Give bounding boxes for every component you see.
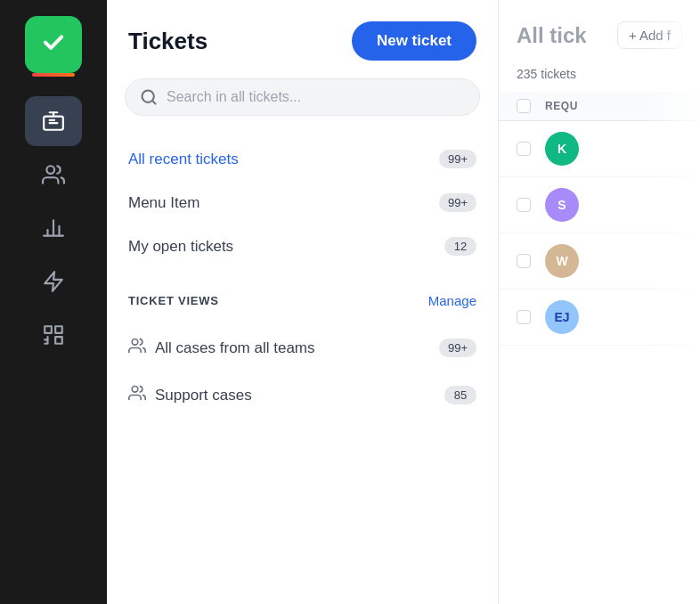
nav-item-label: Menu Item: [128, 194, 199, 212]
view-item-label: All cases from all teams: [155, 339, 315, 357]
rail-nav: [0, 89, 107, 367]
sidebar-item-contacts[interactable]: [25, 150, 82, 200]
svg-line-11: [152, 101, 156, 104]
header-checkbox-col: [517, 99, 545, 113]
nav-list: All recent tickets 99+ Menu Item 99+ My …: [107, 130, 498, 275]
nav-badge: 99+: [439, 150, 476, 168]
svg-point-12: [132, 339, 138, 346]
avatar: W: [545, 244, 579, 278]
lightning-icon: [42, 270, 65, 293]
team-icon: [128, 384, 146, 406]
requester-column-header: REQU: [545, 100, 578, 112]
manage-link[interactable]: Manage: [428, 293, 476, 308]
svg-rect-9: [55, 337, 62, 344]
view-item-all-cases[interactable]: All cases from all teams 99+: [107, 324, 498, 371]
logo-container: [0, 0, 107, 89]
svg-marker-6: [45, 272, 62, 291]
right-panel: All tick + Add f 235 tickets REQU K S W: [499, 0, 700, 604]
table-header: REQU: [499, 92, 700, 121]
ticket-views-title: TICKET VIEWS: [128, 294, 219, 307]
nav-item-label: My open tickets: [128, 238, 233, 256]
nav-badge: 12: [444, 237, 476, 256]
row-checkbox[interactable]: [517, 142, 531, 156]
table-row: S: [499, 177, 700, 233]
team-icon: [128, 337, 146, 359]
ticket-icon: [42, 110, 65, 133]
table-row: EJ: [499, 290, 700, 346]
logo: [25, 16, 82, 73]
svg-point-1: [46, 166, 54, 174]
table-row: K: [499, 121, 700, 177]
ticket-views-list: All cases from all teams 99+ Support cas…: [107, 317, 498, 426]
nav-item-my-open[interactable]: My open tickets 12: [107, 224, 498, 268]
sidebar-item-tickets[interactable]: [25, 96, 82, 146]
row-checkbox-col: [517, 254, 545, 268]
svg-point-13: [132, 387, 138, 393]
row-checkbox[interactable]: [517, 310, 531, 324]
select-all-checkbox[interactable]: [517, 99, 531, 113]
search-box: [125, 78, 480, 116]
nav-item-label: All recent tickets: [128, 151, 239, 168]
add-filter-button[interactable]: + Add f: [617, 21, 682, 49]
search-icon: [140, 88, 158, 106]
ticket-count: 235 tickets: [499, 67, 700, 92]
svg-rect-8: [55, 326, 62, 333]
row-checkbox-col: [517, 198, 545, 212]
bar-chart-icon: [42, 216, 65, 240]
sidebar-item-apps[interactable]: [25, 310, 82, 360]
logo-checkmark: [39, 28, 68, 62]
view-item-label: Support cases: [155, 387, 252, 404]
search-container: [107, 78, 498, 130]
panel-header: Tickets New ticket: [107, 0, 498, 78]
users-icon: [42, 163, 65, 186]
avatar: EJ: [545, 300, 579, 334]
svg-rect-7: [45, 326, 52, 333]
sidebar-item-automations[interactable]: [25, 257, 82, 306]
icon-rail: [0, 0, 107, 604]
view-badge: 85: [444, 386, 476, 404]
view-item-left: All cases from all teams: [128, 337, 315, 359]
view-badge: 99+: [439, 339, 476, 357]
view-item-left: Support cases: [128, 384, 252, 406]
view-item-support-cases[interactable]: Support cases 85: [107, 371, 498, 419]
row-checkbox-col: [517, 310, 545, 324]
row-checkbox-col: [517, 142, 545, 156]
row-checkbox[interactable]: [517, 254, 531, 268]
avatar: S: [545, 188, 579, 222]
apps-icon: [42, 323, 65, 347]
ticket-views-header: TICKET VIEWS Manage: [107, 275, 498, 317]
nav-badge: 99+: [439, 193, 476, 212]
search-input[interactable]: [167, 89, 465, 105]
main-panel: Tickets New ticket All recent tickets 99…: [107, 0, 499, 604]
right-panel-title: All tick: [517, 23, 587, 48]
nav-item-menu-item[interactable]: Menu Item 99+: [107, 181, 498, 224]
table-row: W: [499, 233, 700, 290]
right-header: All tick + Add f: [499, 0, 700, 67]
new-ticket-button[interactable]: New ticket: [352, 21, 476, 61]
nav-item-all-recent[interactable]: All recent tickets 99+: [107, 137, 498, 181]
sidebar-item-analytics[interactable]: [25, 203, 82, 253]
row-checkbox[interactable]: [517, 198, 531, 212]
panel-title: Tickets: [128, 28, 208, 55]
avatar: K: [545, 132, 579, 166]
